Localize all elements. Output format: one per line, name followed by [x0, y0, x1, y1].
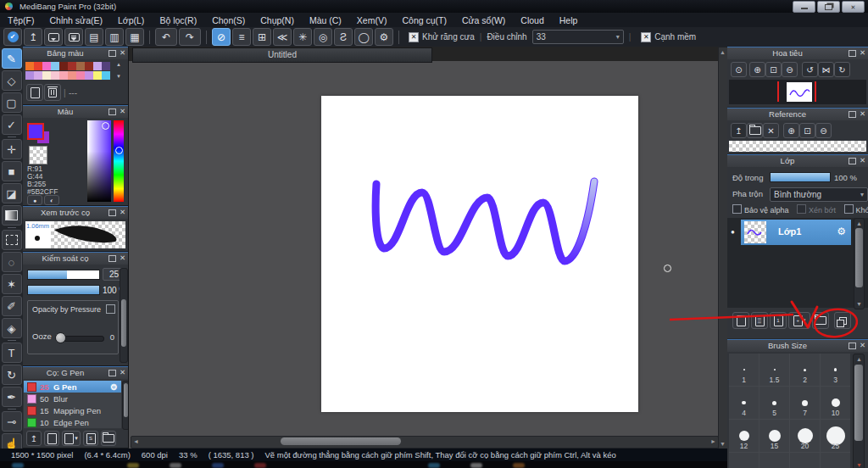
- undo-button[interactable]: ↶: [155, 28, 177, 46]
- hue-slider[interactable]: [114, 120, 124, 202]
- snap-off-button[interactable]: ⊘: [212, 28, 231, 46]
- brush-size-option[interactable]: 7: [790, 387, 820, 419]
- clipping-checkbox[interactable]: [797, 204, 806, 214]
- brush-item-edge-pen[interactable]: 10 Edge Pen: [24, 416, 121, 429]
- document-list-button[interactable]: ▥: [105, 28, 124, 46]
- saturation-value-picker[interactable]: [87, 120, 111, 202]
- tool-magic-wand[interactable]: ✶: [2, 274, 22, 294]
- brush-size-scrollbar[interactable]: ▲ ▼: [853, 354, 865, 468]
- popout-icon[interactable]: [849, 50, 856, 57]
- snap-ellipse-button[interactable]: ◯: [354, 28, 373, 46]
- popout-icon[interactable]: [849, 111, 856, 118]
- document-button[interactable]: ▤: [85, 28, 103, 46]
- palette-swatch[interactable]: [76, 62, 85, 70]
- tool-eyedropper[interactable]: ⊸: [2, 411, 22, 432]
- minimize-button[interactable]: [793, 1, 815, 13]
- popout-icon[interactable]: [849, 343, 856, 349]
- scroll-up-icon[interactable]: ▲: [116, 62, 121, 67]
- tool-pen[interactable]: ✒: [2, 387, 22, 407]
- tool-text[interactable]: T: [2, 343, 22, 363]
- lock-checkbox[interactable]: [844, 204, 854, 214]
- popout-icon[interactable]: [108, 255, 116, 262]
- color-wheel-button[interactable]: ◐: [44, 195, 59, 205]
- palette-swatch[interactable]: [93, 71, 102, 80]
- redo-button[interactable]: ↷: [179, 28, 201, 46]
- palette-swatch[interactable]: [25, 62, 34, 70]
- chat-button[interactable]: [64, 28, 83, 46]
- menu-filter[interactable]: Bộ lọc(R): [152, 15, 204, 25]
- close-icon[interactable]: ✕: [120, 48, 125, 57]
- palette-swatch[interactable]: [25, 71, 34, 80]
- nav-rotate-left-button[interactable]: ↺: [802, 62, 818, 77]
- navigator-thumbnail[interactable]: [729, 80, 866, 104]
- menu-file[interactable]: Tệp(F): [0, 15, 42, 25]
- palette-swatch[interactable]: [42, 62, 51, 70]
- nav-fit-button[interactable]: ⊡: [765, 62, 782, 77]
- tool-shape[interactable]: ▢: [2, 92, 22, 113]
- scroll-down-icon[interactable]: ▼: [856, 460, 862, 468]
- menu-edit[interactable]: Chỉnh sửa(E): [42, 15, 110, 25]
- tool-brush[interactable]: ✎: [2, 48, 22, 69]
- close-button[interactable]: ✕: [842, 1, 865, 13]
- palette-swatch[interactable]: [102, 71, 110, 80]
- close-icon[interactable]: ✕: [120, 368, 125, 376]
- palette-delete-button[interactable]: [44, 84, 61, 101]
- palette-add-button[interactable]: [26, 84, 43, 101]
- menu-select[interactable]: Chọn(S): [204, 15, 253, 25]
- palette-swatch[interactable]: [59, 71, 68, 80]
- brush-add-button[interactable]: [44, 431, 59, 446]
- brush-folder-button[interactable]: [101, 431, 116, 446]
- comment-button[interactable]: [44, 28, 63, 46]
- layer-add-type-button[interactable]: +▾: [788, 312, 810, 329]
- menu-layer[interactable]: Lớp(L): [110, 15, 152, 25]
- palette-swatch[interactable]: [34, 62, 42, 70]
- palette-swatch[interactable]: [68, 71, 76, 80]
- tool-select-eraser[interactable]: ◈: [2, 318, 22, 338]
- layer-visibility-toggle[interactable]: ●: [731, 228, 735, 236]
- brush-size-option[interactable]: 25: [821, 420, 850, 452]
- brush-control-scrollbar[interactable]: [120, 268, 128, 363]
- brush-size-option[interactable]: [729, 453, 759, 468]
- brush-size-option[interactable]: [760, 453, 789, 468]
- nav-zoom-in-button[interactable]: ⊕: [749, 62, 765, 77]
- close-icon[interactable]: ✕: [120, 107, 125, 115]
- layer-list-scrollbar[interactable]: ▲ ▼: [854, 218, 865, 309]
- menu-window[interactable]: Cửa sổ(W): [454, 15, 513, 25]
- menu-color[interactable]: Màu (C): [302, 15, 349, 25]
- palette-swatch[interactable]: [51, 62, 59, 70]
- brush-size-option[interactable]: 3: [821, 354, 850, 386]
- scroll-up-icon[interactable]: ▲: [720, 47, 726, 57]
- layer-add-halftone-button[interactable]: ▒: [751, 312, 768, 329]
- layer-opacity-slider[interactable]: [770, 172, 831, 182]
- brush-opacity-slider[interactable]: [27, 285, 100, 295]
- alpha-protect-checkbox[interactable]: [732, 204, 742, 214]
- gear-icon[interactable]: ⚙: [110, 382, 118, 392]
- brush-size-option[interactable]: 4: [729, 387, 759, 419]
- antialias-checkbox[interactable]: ✕: [409, 32, 419, 42]
- menu-snap[interactable]: Chụp(N): [253, 15, 302, 25]
- scroll-down-icon[interactable]: ▼: [116, 74, 121, 79]
- brush-size-option[interactable]: 12: [729, 420, 759, 452]
- brush-size-option[interactable]: 5: [760, 387, 789, 419]
- tool-eraser[interactable]: ◇: [2, 70, 22, 91]
- pressure-expand-button[interactable]: [106, 304, 115, 314]
- tool-lasso[interactable]: ◌: [2, 252, 22, 272]
- ref-cloud-button[interactable]: ↥: [731, 123, 747, 138]
- primary-color-swatch[interactable]: [27, 123, 44, 140]
- drawing-canvas[interactable]: [321, 96, 638, 412]
- palette-swatch[interactable]: [34, 71, 42, 80]
- layer-add-1bit-button[interactable]: 1: [770, 312, 787, 329]
- brush-size-option[interactable]: [821, 453, 850, 468]
- brush-script-button[interactable]: S: [83, 431, 98, 446]
- brush-size-option[interactable]: 1.5: [760, 354, 789, 386]
- palette-swatch[interactable]: [93, 62, 102, 70]
- tool-marquee[interactable]: [2, 230, 22, 250]
- close-icon[interactable]: ✕: [860, 341, 865, 349]
- close-icon[interactable]: ✕: [860, 48, 865, 57]
- palette-swatch[interactable]: [76, 71, 85, 80]
- layer-add-button[interactable]: [732, 312, 749, 329]
- cloud-save-button[interactable]: ✔: [3, 28, 22, 46]
- color-mode-button[interactable]: ●: [27, 195, 42, 205]
- popout-icon[interactable]: [108, 370, 116, 376]
- popout-icon[interactable]: [108, 209, 116, 216]
